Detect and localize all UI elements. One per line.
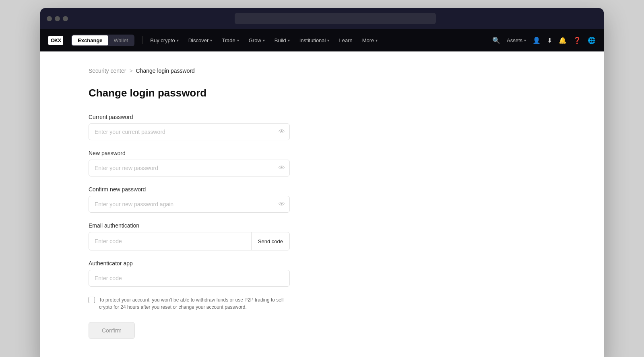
minimize-button[interactable]	[55, 16, 60, 21]
user-icon[interactable]: 👤	[533, 37, 541, 44]
chevron-down-icon: ▾	[263, 38, 265, 43]
search-icon[interactable]: 🔍	[492, 37, 500, 44]
nav-discover[interactable]: Discover ▾	[184, 35, 217, 46]
authenticator-code-wrapper	[89, 270, 290, 287]
nav-build[interactable]: Build ▾	[270, 35, 294, 46]
tab-wallet[interactable]: Wallet	[108, 35, 134, 45]
bell-icon[interactable]: 🔔	[559, 37, 567, 44]
nav-buy-crypto[interactable]: Buy crypto ▾	[146, 35, 182, 46]
authenticator-code-input[interactable]	[89, 270, 290, 287]
maximize-button[interactable]	[63, 16, 68, 21]
globe-icon[interactable]: 🌐	[588, 37, 596, 44]
chevron-down-icon: ▾	[237, 38, 239, 43]
protection-notice-row: To protect your account, you won't be ab…	[89, 296, 290, 311]
confirm-password-group: Confirm new password 👁	[89, 186, 290, 213]
nav-trade[interactable]: Trade ▾	[218, 35, 243, 46]
chevron-down-icon: ▾	[524, 38, 526, 43]
nav-more[interactable]: More ▾	[358, 35, 382, 46]
chevron-down-icon: ▾	[177, 38, 179, 43]
chevron-down-icon: ▾	[327, 38, 329, 43]
nav-tabs: Exchange Wallet	[71, 35, 134, 46]
nav-grow[interactable]: Grow ▾	[245, 35, 269, 46]
eye-toggle-icon[interactable]: 👁	[279, 201, 285, 208]
browser-window: OKX Exchange Wallet Buy crypto ▾ Discove…	[40, 8, 604, 357]
logo[interactable]: OKX	[48, 36, 63, 45]
page-title: Change login password	[89, 87, 555, 99]
breadcrumb-separator: >	[129, 68, 132, 74]
current-password-group: Current password 👁	[89, 114, 290, 140]
close-button[interactable]	[47, 16, 52, 21]
breadcrumb: Security center > Change login password	[89, 68, 555, 74]
chevron-down-icon: ▾	[210, 38, 212, 43]
new-password-wrapper: 👁	[89, 160, 290, 176]
navbar: OKX Exchange Wallet Buy crypto ▾ Discove…	[40, 29, 604, 51]
current-password-wrapper: 👁	[89, 123, 290, 140]
chevron-down-icon: ▾	[288, 38, 290, 43]
authenticator-app-group: Authenticator app	[89, 260, 290, 287]
send-code-button[interactable]: Send code	[251, 232, 289, 250]
help-icon[interactable]: ❓	[573, 37, 581, 44]
nav-institutional[interactable]: Institutional ▾	[295, 35, 334, 46]
breadcrumb-parent[interactable]: Security center	[89, 68, 126, 74]
tab-exchange[interactable]: Exchange	[72, 35, 108, 45]
eye-toggle-icon[interactable]: 👁	[279, 128, 285, 135]
browser-chrome	[40, 8, 604, 29]
nav-learn[interactable]: Learn	[335, 35, 356, 46]
protection-checkbox[interactable]	[89, 297, 95, 303]
authenticator-app-label: Authenticator app	[89, 260, 290, 267]
confirm-password-input[interactable]	[89, 196, 290, 213]
new-password-label: New password	[89, 150, 290, 156]
chevron-down-icon: ▾	[376, 38, 378, 43]
nav-divider	[142, 36, 143, 44]
logo-text: OKX	[48, 36, 63, 45]
new-password-group: New password 👁	[89, 150, 290, 176]
eye-toggle-icon[interactable]: 👁	[279, 164, 285, 172]
email-code-wrapper: Send code	[89, 232, 290, 250]
change-password-form: Current password 👁 New password 👁 Confir…	[89, 114, 290, 339]
nav-links: Buy crypto ▾ Discover ▾ Trade ▾ Grow ▾ B…	[146, 35, 492, 46]
email-auth-label: Email authentication	[89, 222, 290, 229]
address-bar[interactable]	[235, 13, 436, 24]
confirm-button[interactable]: Confirm	[89, 322, 135, 339]
confirm-password-label: Confirm new password	[89, 186, 290, 193]
breadcrumb-current: Change login password	[136, 68, 195, 74]
email-code-input[interactable]	[89, 233, 251, 249]
protection-notice-text: To protect your account, you won't be ab…	[99, 296, 290, 311]
confirm-password-wrapper: 👁	[89, 196, 290, 213]
page-content: Security center > Change login password …	[40, 51, 604, 357]
current-password-input[interactable]	[89, 123, 290, 140]
assets-button[interactable]: Assets ▾	[507, 37, 526, 43]
nav-actions: 🔍 Assets ▾ 👤 ⬇ 🔔 ❓ 🌐	[492, 37, 596, 44]
email-auth-group: Email authentication Send code	[89, 222, 290, 250]
traffic-lights	[47, 16, 68, 21]
download-icon[interactable]: ⬇	[547, 37, 552, 44]
new-password-input[interactable]	[89, 160, 290, 176]
current-password-label: Current password	[89, 114, 290, 120]
